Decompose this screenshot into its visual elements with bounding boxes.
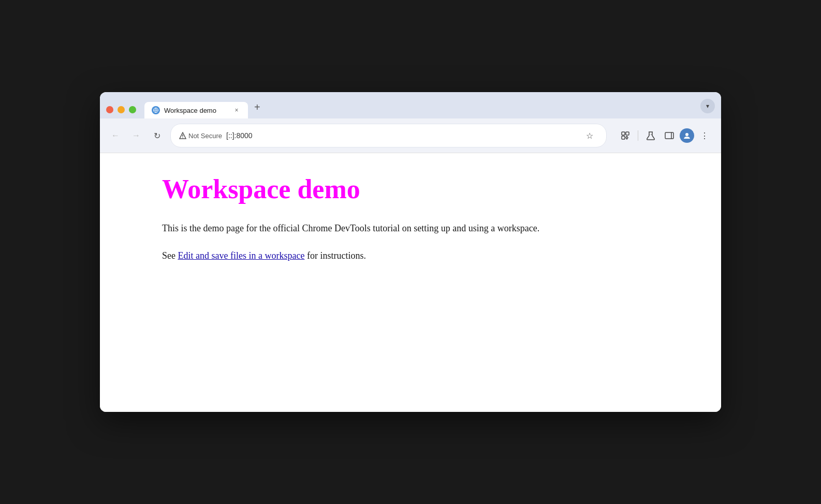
browser-window: Workspace demo × + ▾ ← → ↻ Not Secure [:… — [100, 92, 721, 412]
reload-button[interactable]: ↻ — [150, 128, 164, 143]
active-tab[interactable]: Workspace demo × — [144, 102, 248, 118]
tab-favicon — [152, 106, 160, 114]
address-bar: ← → ↻ Not Secure [::]:8000 ☆ — [100, 118, 721, 153]
link-prefix: See — [162, 250, 178, 261]
security-label: Not Secure — [188, 132, 222, 140]
sidebar-button[interactable] — [661, 127, 678, 144]
traffic-light-yellow[interactable] — [118, 106, 125, 113]
svg-rect-6 — [622, 136, 625, 139]
tab-bar-end: ▾ — [700, 99, 715, 118]
traffic-light-green[interactable] — [129, 106, 136, 113]
page-body-text: This is the demo page for the official C… — [162, 221, 659, 236]
svg-rect-9 — [665, 132, 673, 139]
svg-rect-4 — [622, 132, 625, 135]
link-suffix: for instructions. — [304, 250, 366, 261]
security-indicator: Not Secure — [179, 132, 222, 140]
profile-button[interactable] — [680, 128, 694, 143]
traffic-light-red[interactable] — [106, 106, 113, 113]
toolbar-icons: ⋮ — [617, 127, 713, 144]
extensions-icon — [621, 131, 630, 140]
back-button[interactable]: ← — [108, 128, 123, 143]
forward-button[interactable]: → — [129, 128, 143, 143]
workspace-link[interactable]: Edit and save files in a workspace — [178, 250, 305, 261]
page-heading: Workspace demo — [162, 174, 659, 204]
warning-icon — [179, 132, 186, 139]
extensions-button[interactable] — [617, 127, 634, 144]
bookmark-button[interactable]: ☆ — [581, 127, 598, 144]
lab-button[interactable] — [642, 127, 659, 144]
tab-dropdown-button[interactable]: ▾ — [700, 99, 715, 113]
svg-rect-5 — [626, 132, 629, 135]
lab-icon — [646, 131, 655, 140]
svg-point-3 — [182, 137, 183, 138]
svg-point-11 — [685, 133, 688, 136]
tab-close-button[interactable]: × — [232, 106, 241, 114]
tab-bar: Workspace demo × + ▾ — [100, 92, 721, 118]
page-content: Workspace demo This is the demo page for… — [100, 153, 721, 412]
tab-title: Workspace demo — [164, 107, 228, 114]
toolbar-divider — [638, 130, 638, 141]
traffic-lights — [106, 106, 136, 118]
sidebar-icon — [665, 131, 674, 140]
menu-button[interactable]: ⋮ — [696, 127, 713, 144]
globe-icon — [153, 108, 158, 113]
url-bar[interactable]: Not Secure [::]:8000 ☆ — [170, 124, 607, 147]
new-tab-button[interactable]: + — [248, 97, 267, 118]
url-text: [::]:8000 — [226, 131, 253, 140]
url-bar-actions: ☆ — [581, 127, 598, 144]
profile-icon — [683, 132, 691, 139]
page-link-line: See Edit and save files in a workspace f… — [162, 248, 659, 263]
